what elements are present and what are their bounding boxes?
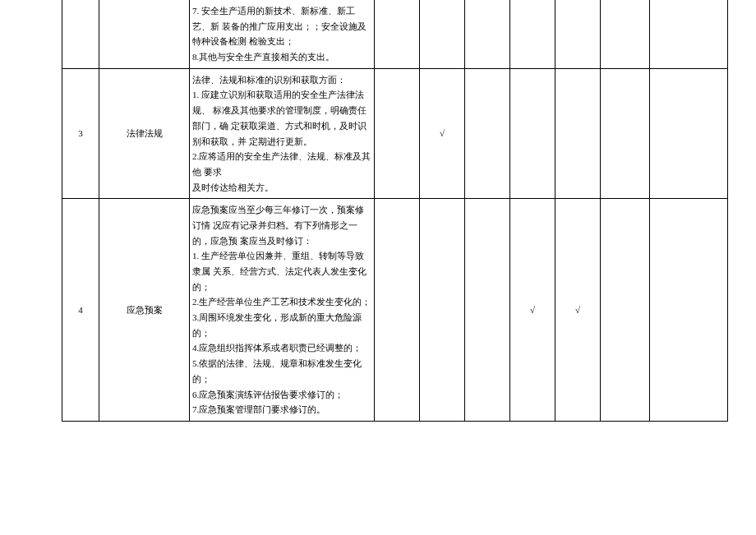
cell-name: 应急预案 [99,199,190,422]
table-row: 7. 安全生产适用的新技术、新标准、新工艺、新 装备的推广应用支出；；安全设施及… [62,0,728,68]
cell-content: 法律、法规和标准的识别和获取方面：1. 应建立识别和获取适用的安全生产法律法规、… [190,68,375,199]
table-row: 4 应急预案 应急预案应当至少每三年修订一次，预案修订情 况应有记录并归档。有下… [62,199,728,422]
cell-remark [650,199,728,422]
cell-remark [650,0,728,68]
cell-content: 应急预案应当至少每三年修订一次，预案修订情 况应有记录并归档。有下列情形之一的，… [190,199,375,422]
cell-check-6 [601,0,650,68]
cell-remark [650,68,728,199]
cell-content: 7. 安全生产适用的新技术、新标准、新工艺、新 装备的推广应用支出；；安全设施及… [190,0,375,68]
cell-num [62,0,99,68]
cell-check-4 [510,0,555,68]
cell-check-2: √ [420,68,465,199]
compliance-table: 7. 安全生产适用的新技术、新标准、新工艺、新 装备的推广应用支出；；安全设施及… [62,0,728,422]
cell-check-3 [465,0,510,68]
cell-check-1 [375,0,420,68]
cell-name: 法律法规 [99,68,190,199]
cell-check-6 [601,199,650,422]
cell-check-2 [420,0,465,68]
table-row: 3 法律法规 法律、法规和标准的识别和获取方面：1. 应建立识别和获取适用的安全… [62,68,728,199]
cell-check-5 [555,68,601,199]
cell-check-4 [510,68,555,199]
cell-check-4: √ [510,199,555,422]
cell-check-5: √ [555,199,601,422]
cell-check-3 [465,68,510,199]
cell-check-1 [375,68,420,199]
cell-check-6 [601,68,650,199]
cell-check-2 [420,199,465,422]
cell-name [99,0,190,68]
cell-check-3 [465,199,510,422]
cell-num: 4 [62,199,99,422]
cell-num: 3 [62,68,99,199]
cell-check-1 [375,199,420,422]
cell-check-5 [555,0,601,68]
